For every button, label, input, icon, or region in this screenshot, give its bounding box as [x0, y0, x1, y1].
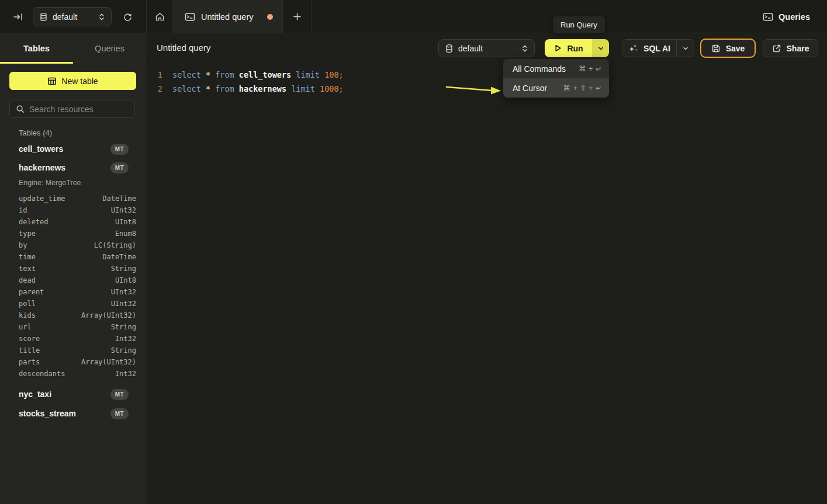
save-icon — [711, 44, 721, 53]
column-row: descendantsInt32 — [0, 368, 146, 380]
column-name: descendants — [19, 370, 115, 378]
code-token: cell_towers — [239, 70, 296, 79]
column-type: UInt32 — [111, 206, 136, 214]
column-row: deletedUInt8 — [0, 216, 146, 228]
column-type: LC(String) — [94, 241, 136, 249]
queries-terminal-icon — [763, 12, 773, 22]
search-resources-input[interactable] — [29, 105, 135, 114]
column-type: Array(UInt32) — [81, 311, 136, 319]
sql-ai-button[interactable]: SQL AI — [622, 39, 694, 57]
column-row: idUInt32 — [0, 204, 146, 216]
terminal-icon — [185, 12, 195, 22]
table-name: cell_towers — [19, 144, 110, 154]
column-name: url — [19, 323, 111, 331]
column-row: parentUInt32 — [0, 286, 146, 298]
editor-header: Untitled query default Run — [146, 33, 827, 63]
new-table-button[interactable]: New table — [9, 72, 136, 90]
queries-button[interactable]: Queries — [756, 0, 817, 33]
queries-button-label: Queries — [778, 12, 810, 22]
chevron-updown-icon — [98, 13, 105, 21]
column-row: update_timeDateTime — [0, 193, 146, 204]
query-title: Untitled query — [157, 43, 211, 53]
refresh-button[interactable] — [119, 8, 136, 26]
run-split-button: Run — [545, 39, 609, 57]
table-row-nyc-taxi[interactable]: nyc_taxi MT — [0, 387, 146, 401]
engine-info: Engine: MergeTree — [19, 179, 81, 187]
column-row: timeDateTime — [0, 251, 146, 263]
search-icon — [16, 105, 25, 113]
table-row-cell-towers[interactable]: cell_towers MT — [0, 142, 146, 156]
column-name: score — [19, 335, 115, 343]
code-token: limit — [291, 84, 320, 93]
run-button[interactable]: Run — [545, 39, 592, 57]
run-options-button[interactable] — [592, 39, 609, 57]
sql-ai-main[interactable]: SQL AI — [622, 40, 676, 57]
table-name: stocks_stream — [19, 409, 110, 418]
search-resources-box — [9, 100, 135, 118]
engine-badge: MT — [110, 408, 129, 419]
code-token: hackernews — [239, 84, 291, 93]
code-token: ; — [339, 70, 344, 79]
share-button-label: Share — [787, 44, 809, 53]
column-row: scoreInt32 — [0, 333, 146, 345]
column-row: byLC(String) — [0, 239, 146, 251]
run-menu-item-all-commands[interactable]: All Commands⌘ + ↵ — [503, 59, 609, 78]
line-number: 1 — [146, 70, 162, 79]
column-row: titleString — [0, 345, 146, 356]
sidebar-tab-queries[interactable]: Queries — [73, 33, 146, 63]
topbar-database-selector[interactable]: default — [33, 7, 112, 26]
editor-database-value: default — [458, 44, 517, 53]
sql-ai-options-button[interactable] — [676, 40, 694, 57]
sql-editor[interactable]: 1select * from cell_towers limit 100;2se… — [146, 63, 827, 504]
code-token: * — [206, 84, 215, 93]
sidebar-tabs: Tables Queries — [0, 33, 146, 63]
play-icon — [553, 44, 562, 53]
home-icon — [155, 12, 165, 22]
column-type: Array(UInt32) — [81, 358, 136, 366]
hackernews-columns-list: update_timeDateTimeidUInt32deletedUInt8t… — [0, 193, 146, 380]
chevron-down-icon — [682, 45, 689, 52]
tab-untitled-query[interactable]: Untitled query — [173, 0, 283, 33]
code-token: 1000 — [320, 84, 339, 93]
column-name: id — [19, 206, 111, 214]
sidebar-tab-tables[interactable]: Tables — [0, 33, 73, 63]
menu-item-label: At Cursor — [513, 84, 559, 93]
column-name: dead — [19, 276, 115, 284]
column-name: update_time — [19, 194, 102, 203]
tab-label: Untitled query — [201, 12, 261, 22]
table-row-stocks-stream[interactable]: stocks_stream MT — [0, 406, 146, 420]
save-button[interactable]: Save — [700, 39, 756, 58]
editor-database-selector[interactable]: default — [438, 39, 535, 57]
column-type: String — [111, 323, 136, 331]
app-root: default Untitled query — [0, 0, 827, 504]
sidebar-tab-queries-label: Queries — [95, 44, 124, 53]
table-row-hackernews[interactable]: hackernews MT — [0, 161, 146, 175]
column-type: Int32 — [115, 370, 136, 378]
table-name: hackernews — [19, 163, 110, 172]
share-button[interactable]: Share — [763, 39, 818, 57]
code-token: select — [172, 84, 206, 93]
column-name: deleted — [19, 218, 115, 226]
table-name: nyc_taxi — [19, 390, 110, 399]
code-line: 1select * from cell_towers limit 100; — [146, 68, 827, 82]
column-name: kids — [19, 311, 81, 319]
top-bar: default Untitled query — [0, 0, 827, 33]
column-row: kidsArray(UInt32) — [0, 310, 146, 321]
column-name: text — [19, 265, 111, 273]
menu-item-shortcut: ⌘ + ↵ — [579, 64, 602, 73]
collapse-sidebar-icon — [13, 12, 23, 22]
column-row: deadUInt8 — [0, 274, 146, 286]
collapse-sidebar-button[interactable] — [9, 8, 27, 26]
column-name: poll — [19, 300, 111, 308]
new-tab-button[interactable] — [283, 0, 312, 33]
code-token: from — [215, 84, 239, 93]
tab-home[interactable] — [146, 0, 173, 33]
run-menu-item-at-cursor[interactable]: At Cursor⌘ + ⇧ + ↵ — [503, 78, 609, 98]
database-icon — [445, 44, 454, 53]
line-number: 2 — [146, 84, 162, 93]
code-line: 2select * from hackernews limit 1000; — [146, 82, 827, 96]
engine-badge: MT — [110, 144, 129, 155]
column-type: UInt32 — [111, 288, 136, 296]
unsaved-indicator-dot — [267, 14, 273, 20]
column-type: DateTime — [102, 253, 136, 261]
